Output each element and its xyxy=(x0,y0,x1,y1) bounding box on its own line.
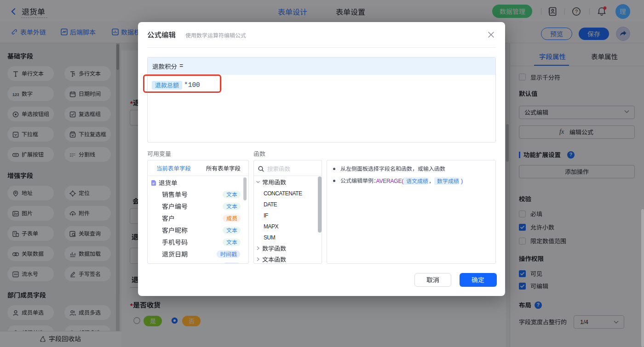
svg-text:?: ? xyxy=(575,9,578,14)
svg-text:123: 123 xyxy=(12,92,19,97)
